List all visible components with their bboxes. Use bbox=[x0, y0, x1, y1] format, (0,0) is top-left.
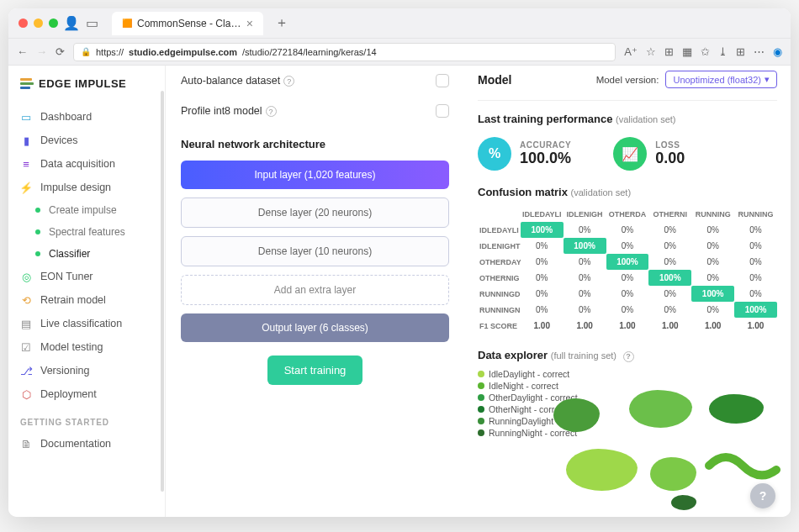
nav-dashboard[interactable]: ▭Dashboard bbox=[20, 105, 160, 129]
close-window-button[interactable] bbox=[19, 18, 28, 28]
training-settings-panel: Auto-balance dataset? Profile int8 model… bbox=[166, 66, 464, 517]
legend-dot-icon bbox=[478, 406, 484, 413]
minimize-window-button[interactable] bbox=[34, 18, 43, 28]
deployment-icon: ⬡ bbox=[20, 388, 32, 400]
reader-icon[interactable]: A⁺ bbox=[624, 45, 638, 58]
matrix-cell: 0% bbox=[734, 238, 777, 254]
matrix-cell: 0% bbox=[521, 238, 564, 254]
nav-devices[interactable]: ▮Devices bbox=[20, 129, 160, 152]
extensions-icon[interactable]: ⊞ bbox=[664, 45, 674, 58]
matrix-cell: 0% bbox=[564, 302, 606, 318]
nav-eon-tuner[interactable]: ◎EON Tuner bbox=[20, 265, 160, 288]
matrix-cell: 0% bbox=[648, 238, 691, 254]
nav-live-classification[interactable]: ▤Live classification bbox=[20, 312, 160, 335]
tabs-icon[interactable]: ▭ bbox=[85, 17, 98, 30]
legend-dot-icon bbox=[478, 429, 484, 436]
matrix-cell: 0% bbox=[521, 286, 564, 302]
nav-create-impulse[interactable]: Create impulse bbox=[20, 199, 160, 221]
favorite-icon[interactable]: ☆ bbox=[646, 45, 656, 58]
help-fab-button[interactable]: ? bbox=[750, 483, 775, 508]
matrix-cell: 0% bbox=[691, 270, 734, 286]
matrix-row-header: RUNNINGD bbox=[478, 286, 521, 302]
tuner-icon: ◎ bbox=[20, 271, 32, 282]
matrix-cell: 0% bbox=[606, 222, 649, 238]
back-button[interactable]: ← bbox=[17, 45, 28, 58]
data-explorer-scatter[interactable] bbox=[520, 377, 777, 518]
matrix-cell: 100% bbox=[521, 222, 564, 238]
profile-int8-checkbox[interactable] bbox=[436, 104, 449, 118]
matrix-cell: 0% bbox=[564, 286, 606, 302]
matrix-row: RUNNINGN0%0%0%0%0%100% bbox=[478, 302, 777, 318]
nav-retrain-model[interactable]: ⟲Retrain model bbox=[20, 288, 160, 312]
browser-tab[interactable]: 🟧 CommonSense - Classifier - E × bbox=[112, 12, 263, 35]
accuracy-value: 100.0% bbox=[520, 150, 571, 167]
matrix-cell: 0% bbox=[648, 286, 691, 302]
dense-layer-10[interactable]: Dense layer (10 neurons) bbox=[181, 236, 449, 266]
auto-balance-label: Auto-balance dataset bbox=[181, 75, 280, 87]
help-icon[interactable]: ? bbox=[623, 351, 634, 362]
downloads-icon[interactable]: ⤓ bbox=[718, 45, 728, 58]
doc-icon: 🗎 bbox=[20, 438, 32, 450]
impulse-icon: ⚡ bbox=[20, 182, 32, 193]
f1-cell: 1.00 bbox=[521, 318, 564, 334]
database-icon: ≡ bbox=[20, 158, 32, 170]
matrix-cell: 0% bbox=[564, 222, 606, 238]
profile-int8-label: Profile int8 model bbox=[181, 105, 262, 117]
scrollbar[interactable] bbox=[160, 66, 165, 517]
copilot-icon[interactable]: ◉ bbox=[773, 45, 782, 58]
maximize-window-button[interactable] bbox=[49, 18, 58, 28]
dense-layer-20[interactable]: Dense layer (20 neurons) bbox=[181, 198, 449, 228]
matrix-cell: 0% bbox=[521, 254, 564, 270]
help-icon[interactable]: ? bbox=[266, 106, 277, 117]
testing-icon: ☑ bbox=[20, 341, 32, 353]
f1-label: F1 SCORE bbox=[478, 318, 521, 334]
nav-classifier[interactable]: Classifier bbox=[20, 243, 160, 265]
sidebar: EDGE IMPULSE ▭Dashboard ▮Devices ≡Data a… bbox=[8, 66, 160, 517]
window-titlebar: 👤 ▭ 🟧 CommonSense - Classifier - E × ＋ bbox=[8, 8, 791, 39]
data-explorer-title: Data explorer bbox=[478, 349, 548, 361]
refresh-button[interactable]: ⟳ bbox=[56, 45, 65, 58]
matrix-col-header: IDLENIGH bbox=[564, 207, 606, 222]
nav-data-acquisition[interactable]: ≡Data acquisition bbox=[20, 152, 160, 176]
legend-dot-icon bbox=[478, 382, 484, 389]
url-input[interactable]: 🔒 https://studio.edgeimpulse.com/studio/… bbox=[73, 43, 616, 61]
nav-versioning[interactable]: ⎇Versioning bbox=[20, 359, 160, 382]
auto-balance-checkbox[interactable] bbox=[436, 74, 449, 87]
matrix-cell: 0% bbox=[606, 238, 649, 254]
forward-button[interactable]: → bbox=[36, 45, 47, 58]
matrix-cell: 0% bbox=[691, 254, 734, 270]
favorites-bar-icon[interactable]: ✩ bbox=[701, 45, 710, 58]
matrix-cell: 0% bbox=[606, 270, 649, 286]
confusion-matrix: IDLEDAYLIIDLENIGHOTHERDAOTHERNIRUNNINGRU… bbox=[478, 207, 777, 334]
nav-documentation[interactable]: 🗎Documentation bbox=[20, 432, 160, 456]
model-version-select[interactable]: Unoptimized (float32) ▾ bbox=[665, 71, 777, 88]
matrix-cell: 0% bbox=[734, 254, 777, 270]
nav-impulse-design[interactable]: ⚡Impulse design bbox=[20, 176, 160, 199]
loss-icon: 📈 bbox=[613, 137, 647, 171]
nav-spectral-features[interactable]: Spectral features bbox=[20, 221, 160, 243]
matrix-row: IDLENIGHT0%100%0%0%0%0% bbox=[478, 238, 777, 254]
nav-model-testing[interactable]: ☑Model testing bbox=[20, 335, 160, 359]
bullet-icon bbox=[35, 229, 40, 234]
dashboard-icon: ▭ bbox=[20, 111, 32, 123]
matrix-cell: 0% bbox=[734, 222, 777, 238]
accuracy-icon: % bbox=[478, 137, 511, 171]
close-tab-button[interactable]: × bbox=[246, 17, 253, 30]
apps-icon[interactable]: ⊞ bbox=[736, 45, 745, 58]
help-icon[interactable]: ? bbox=[283, 76, 294, 87]
matrix-row-header: OTHERDAY bbox=[478, 254, 521, 270]
matrix-cell: 0% bbox=[734, 270, 777, 286]
f1-cell: 1.00 bbox=[648, 318, 691, 334]
new-tab-button[interactable]: ＋ bbox=[275, 14, 288, 32]
nav-deployment[interactable]: ⬡Deployment bbox=[20, 382, 160, 406]
version-label: Model version: bbox=[596, 75, 659, 85]
add-layer-button[interactable]: Add an extra layer bbox=[181, 275, 449, 305]
more-icon[interactable]: ⋯ bbox=[754, 45, 765, 58]
last-performance-title: Last training performance bbox=[478, 113, 612, 125]
brand-logo[interactable]: EDGE IMPULSE bbox=[20, 77, 160, 90]
legend-dot-icon bbox=[478, 394, 484, 401]
start-training-button[interactable]: Start training bbox=[267, 356, 363, 385]
profile-icon[interactable]: 👤 bbox=[65, 17, 78, 30]
bullet-icon bbox=[35, 251, 40, 256]
collections-icon[interactable]: ▦ bbox=[682, 45, 692, 58]
